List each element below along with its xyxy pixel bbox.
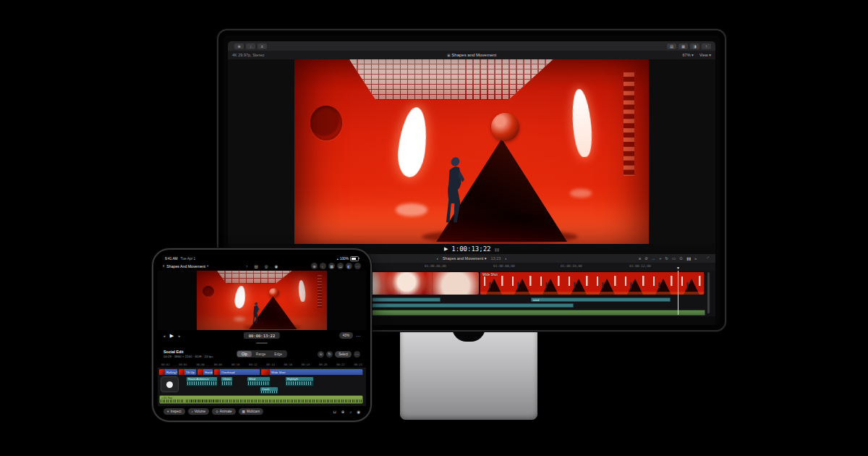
clip-tilt-up[interactable]: Tilt Up — [179, 369, 197, 375]
overwrite-tool-icon[interactable]: ▭ — [672, 256, 676, 261]
multiview-button[interactable]: ▦ — [328, 263, 335, 269]
import-media-button[interactable]: ⊕ — [234, 43, 244, 49]
audio-wind[interactable]: Wind — [247, 376, 271, 387]
ruler-tick: 00:18 — [302, 363, 310, 368]
playhead[interactable] — [678, 271, 678, 315]
expand-timeline-icon[interactable]: ↔ — [705, 254, 710, 260]
trash-icon[interactable]: ⊔ — [333, 410, 336, 414]
inspect-button[interactable]: ≡Inspect — [163, 408, 185, 415]
display-out-button[interactable]: ▭ — [337, 263, 344, 269]
index-tool-icon[interactable]: ≡ — [639, 256, 641, 261]
play-button[interactable]: ▶ — [444, 246, 448, 252]
render-icon[interactable]: ⊕ — [341, 410, 345, 414]
back-icon[interactable]: ‹ — [163, 263, 164, 269]
segment-edge[interactable]: Edge — [270, 351, 286, 357]
ipad-timeline: Rolling Ball Tilt Up Hands Overhead Wide… — [158, 368, 366, 406]
play-button[interactable]: ▶ — [170, 333, 174, 339]
jog-button[interactable]: ◐ — [320, 263, 326, 269]
audio-room-ambience[interactable]: Room Ambience — [186, 376, 218, 387]
share-button[interactable]: ↑ — [702, 43, 711, 49]
clip-wide-shot[interactable]: Wide Shot — [261, 369, 363, 375]
audio-crash[interactable]: Crash — [260, 387, 278, 394]
undo-button[interactable]: ↻ — [326, 351, 333, 358]
clip-thumbnail — [159, 369, 165, 375]
ipad-timeline-ruler[interactable]: 00:02 00:04 00:06 00:08 00:10 00:12 00:1… — [158, 363, 366, 368]
video-clip-wide-shot[interactable]: Wide Shot — [480, 272, 704, 295]
music-clip[interactable]: ♪ 05 The — [159, 395, 363, 404]
import-icon: ⊕ — [237, 43, 240, 49]
clip-overhead[interactable]: Overhead — [214, 369, 260, 375]
snapping-button[interactable]: ⊙ — [318, 351, 324, 358]
more-icon: ⋯ — [355, 352, 359, 356]
browser-folder-icon[interactable]: ▤ — [254, 264, 258, 269]
animate-button[interactable]: ◇Animate — [212, 408, 235, 415]
scene-vignette — [294, 59, 649, 244]
ruler-tick: 01:00:08;00 — [493, 264, 515, 268]
status-date: Tue Apr 1 — [181, 257, 196, 261]
detach-audio-icon[interactable]: ◉ — [357, 410, 360, 414]
share-icon[interactable]: ↑ — [246, 264, 248, 269]
waveform — [222, 381, 231, 385]
share-icon: ↑ — [705, 43, 707, 49]
more-button[interactable]: ⋯ — [354, 263, 361, 269]
viewer-timecode: 1:00:13;22 — [451, 245, 490, 253]
skip-forward-icon[interactable]: » — [178, 334, 180, 338]
waveform — [286, 381, 312, 385]
timeline-toggle-button[interactable]: ▦ — [678, 43, 688, 49]
audio-highlight[interactable]: Highlight — [285, 376, 314, 387]
clip-jog-handle[interactable] — [161, 376, 179, 392]
multicam-button[interactable]: ▦Multicam — [239, 408, 264, 415]
settings-button[interactable]: ⊛ — [311, 263, 318, 269]
add-tool-icon[interactable]: + — [659, 256, 661, 261]
timeline-scrollbar[interactable] — [707, 272, 710, 313]
live-camera-icon[interactable]: ◉ — [274, 264, 278, 269]
zoom-level-pill[interactable]: 43% — [339, 332, 353, 339]
audio-chime[interactable]: Chime — [221, 376, 233, 387]
playhead-handle[interactable]: ▼ — [676, 266, 680, 270]
browser-toggle-button[interactable]: ▤ — [667, 43, 676, 49]
layers-button[interactable]: ◧ — [346, 263, 352, 269]
timeline-project-dropdown[interactable]: Shapes and Movement ▾ — [443, 256, 487, 261]
ipad-status-bar: 9:41 AM Tue Apr 1 ▴ 100% — [158, 256, 366, 261]
ipad-nav-bar: ‹ Shapes And Movement ▾ ↑ ▤ ◎ ◉ ⊛ ◐ ▦ ▭ … — [158, 261, 366, 271]
download-button[interactable]: ↓ — [246, 43, 255, 49]
timeline-forward-icon[interactable]: › — [505, 256, 506, 261]
index-icon: ≡ — [261, 43, 263, 49]
volume-button[interactable]: ♪Volume — [188, 408, 210, 415]
clip-thumbnail — [197, 369, 203, 375]
timeline-more-button[interactable]: ⋯ — [354, 351, 360, 358]
ipad: 9:41 AM Tue Apr 1 ▴ 100% ‹ Shapes And Mo… — [152, 248, 372, 422]
ipad-viewer — [158, 271, 366, 330]
info-tool-icon[interactable]: ⊙ — [679, 256, 683, 261]
ipad-project-row: Social Edit 00:29 · 3840 × 2160 · SDR · … — [158, 346, 366, 362]
segment-clip[interactable]: Clip — [237, 351, 252, 357]
music-clip[interactable] — [334, 310, 705, 316]
position-tool-icon[interactable]: ↔ — [652, 256, 656, 261]
inspector-toggle-button[interactable]: ◨ — [690, 43, 699, 49]
clip-hands[interactable]: Hands — [197, 369, 213, 375]
waveform — [161, 400, 362, 402]
skim-tool-icon[interactable]: » — [694, 256, 697, 261]
index-button[interactable]: ≡ — [258, 43, 267, 49]
voiceover-mic-icon[interactable]: ◎ — [265, 264, 268, 269]
ipad-project-title[interactable]: Shapes And Movement — [166, 264, 205, 269]
ruler-tick: 00:22 — [336, 363, 344, 368]
studio-display-stand — [400, 324, 537, 420]
layers-icon: ◧ — [347, 264, 351, 269]
ruler-tick: 00:14 — [266, 363, 274, 368]
mute-icon[interactable]: ♪ — [349, 410, 352, 414]
ruler-tick: 00:10 — [231, 363, 239, 368]
select-button[interactable]: Select — [335, 351, 352, 358]
trim-tool-icon[interactable]: ⊘ — [644, 256, 648, 261]
panel-drag-handle[interactable] — [256, 342, 268, 344]
audio-clip-wind[interactable]: wind — [531, 297, 671, 302]
more-icon[interactable]: ⋯ — [356, 333, 360, 338]
skip-back-icon[interactable]: « — [163, 334, 166, 338]
timeline-back-icon[interactable]: ‹ — [437, 256, 438, 261]
audio-meters-icon[interactable]: ▮▮ — [494, 247, 499, 252]
segment-range[interactable]: Range — [252, 351, 271, 357]
meters-tool-icon[interactable]: ▮▮ — [686, 256, 691, 261]
clip-rolling-ball[interactable]: Rolling Ball — [159, 369, 178, 375]
ipad-project-meta: 00:29 · 3840 × 2160 · SDR · 24 fps — [163, 355, 213, 358]
loop-tool-icon[interactable]: ↻ — [665, 256, 668, 261]
